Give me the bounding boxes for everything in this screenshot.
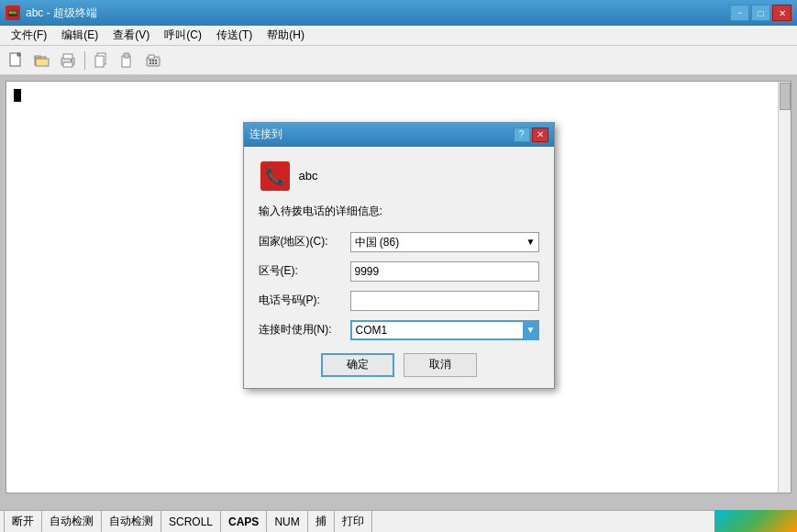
svg-rect-10 xyxy=(95,56,104,67)
menu-edit[interactable]: 编辑(E) xyxy=(54,26,105,45)
svg-rect-12 xyxy=(124,53,129,58)
connect-dialog: 连接到 ? ✕ 📞 abc 输入待拨电话的详细信息: 国 xyxy=(243,122,555,389)
fax-button[interactable] xyxy=(142,50,164,72)
toolbar xyxy=(0,46,797,75)
dialog-title: 连接到 xyxy=(249,127,282,142)
paste-button[interactable] xyxy=(116,50,138,72)
print-button[interactable] xyxy=(57,50,79,72)
dialog-body: 📞 abc 输入待拨电话的详细信息: 国家(地区)(C): 中国 (86) ▼ … xyxy=(244,147,554,388)
cancel-button[interactable]: 取消 xyxy=(404,353,477,377)
menu-transfer[interactable]: 传送(T) xyxy=(209,26,260,45)
auto-detect-2: 自动检测 xyxy=(102,511,161,532)
dialog-description: 输入待拨电话的详细信息: xyxy=(259,204,539,219)
copy-button[interactable] xyxy=(91,50,113,72)
scroll-status: SCROLL xyxy=(161,511,221,532)
svg-point-8 xyxy=(71,60,72,61)
svg-text:📞: 📞 xyxy=(265,166,286,186)
close-button[interactable]: ✕ xyxy=(772,5,791,21)
disconnect-status: 断开 xyxy=(4,511,42,532)
auto-detect-1: 自动检测 xyxy=(42,511,102,532)
menu-view[interactable]: 查看(V) xyxy=(105,26,157,45)
svg-rect-19 xyxy=(152,62,154,64)
taskbar-corner xyxy=(714,510,797,532)
country-select-wrapper: 中国 (86) ▼ xyxy=(350,232,539,252)
connection-name: abc xyxy=(299,169,318,183)
svg-rect-20 xyxy=(155,62,157,64)
scrollbar[interactable] xyxy=(778,82,791,493)
com-label: 连接时使用(N): xyxy=(259,322,350,338)
toolbar-sep-1 xyxy=(84,51,85,70)
capture-status: 捕 xyxy=(308,511,335,532)
app-title: abc - 超级终端 xyxy=(26,6,97,21)
maximize-button[interactable]: □ xyxy=(751,5,770,21)
country-row: 国家(地区)(C): 中国 (86) ▼ xyxy=(259,232,539,252)
phone-label: 电话号码(P): xyxy=(259,293,350,308)
area-code-input[interactable] xyxy=(350,261,539,282)
dialog-titlebar: 连接到 ? ✕ xyxy=(244,123,554,147)
country-label: 国家(地区)(C): xyxy=(259,234,350,249)
print-status: 打印 xyxy=(335,511,372,532)
com-row: 连接时使用(N): COM1 COM2 COM3 COM4 ▼ xyxy=(259,320,539,340)
svg-rect-14 xyxy=(149,55,154,59)
dialog-help-button[interactable]: ? xyxy=(514,127,530,142)
menu-bar: 文件(F) 编辑(E) 查看(V) 呼叫(C) 传送(T) 帮助(H) xyxy=(0,26,797,46)
app-icon: 📟 xyxy=(6,6,20,20)
svg-rect-3 xyxy=(35,56,40,58)
svg-rect-17 xyxy=(155,60,157,61)
phone-input[interactable] xyxy=(350,291,539,311)
ok-button[interactable]: 确定 xyxy=(321,353,394,377)
area-code-row: 区号(E): xyxy=(259,261,539,282)
svg-rect-4 xyxy=(36,59,49,66)
menu-call[interactable]: 呼叫(C) xyxy=(157,26,209,45)
cursor xyxy=(14,89,21,102)
open-button[interactable] xyxy=(31,50,53,72)
menu-help[interactable]: 帮助(H) xyxy=(260,26,312,45)
terminal-content xyxy=(6,82,791,113)
phone-icon: 📞 xyxy=(259,160,292,193)
status-bar: 断开 自动检测 自动检测 SCROLL CAPS NUM 捕 打印 xyxy=(0,510,797,532)
svg-rect-7 xyxy=(63,62,72,67)
country-select[interactable]: 中国 (86) xyxy=(350,232,539,252)
dialog-buttons: 确定 取消 xyxy=(259,353,539,377)
num-status: NUM xyxy=(267,511,307,532)
svg-rect-15 xyxy=(149,60,151,61)
new-button[interactable] xyxy=(6,50,28,72)
com-select[interactable]: COM1 COM2 COM3 COM4 xyxy=(350,320,539,340)
minimize-button[interactable]: － xyxy=(730,5,749,21)
svg-rect-16 xyxy=(152,60,154,61)
area-code-label: 区号(E): xyxy=(259,263,350,279)
caps-status: CAPS xyxy=(221,511,267,532)
svg-rect-18 xyxy=(149,62,151,64)
dialog-controls: ? ✕ xyxy=(514,127,548,142)
dialog-close-button[interactable]: ✕ xyxy=(532,127,548,142)
dialog-icon-row: 📞 abc xyxy=(259,160,539,193)
com-select-wrapper: COM1 COM2 COM3 COM4 ▼ xyxy=(350,320,539,340)
menu-file[interactable]: 文件(F) xyxy=(4,26,54,45)
window-controls: － □ ✕ xyxy=(730,5,791,21)
title-bar: 📟 abc - 超级终端 － □ ✕ xyxy=(0,0,797,26)
scrollbar-thumb[interactable] xyxy=(780,83,791,110)
phone-row: 电话号码(P): xyxy=(259,291,539,311)
svg-rect-6 xyxy=(63,54,72,59)
